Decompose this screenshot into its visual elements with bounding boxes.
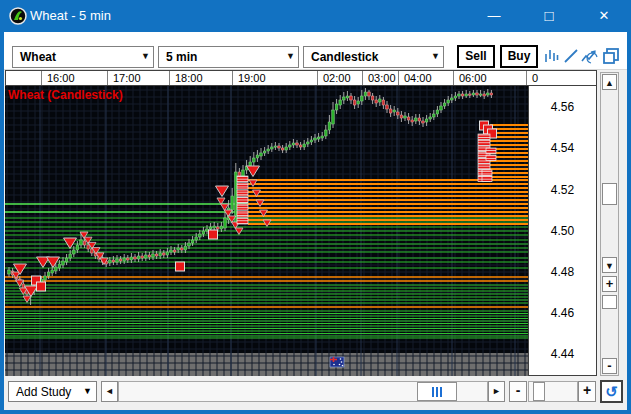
- time-axis-tick: [232, 71, 233, 86]
- price-axis-label: 4.44: [529, 347, 596, 361]
- titlebar: Wheat - 5 min — □ ✕: [0, 0, 631, 32]
- chevron-down-icon: ▼: [83, 386, 92, 396]
- time-axis-tick: [453, 71, 454, 86]
- refresh-button[interactable]: ↺: [600, 380, 623, 403]
- vertical-zoom-in-button[interactable]: +: [602, 276, 617, 292]
- close-button[interactable]: ✕: [581, 0, 627, 32]
- vertical-zoom-thumb[interactable]: [602, 295, 617, 309]
- price-axis-label: 4.50: [529, 224, 596, 238]
- chevron-down-icon: ▼: [431, 51, 440, 61]
- time-axis-label: 0: [532, 72, 538, 84]
- chart-plot-area[interactable]: Wheat (Candlestick): [5, 86, 528, 376]
- chart-canvas[interactable]: [5, 86, 528, 376]
- trendline-icon[interactable]: [562, 47, 580, 65]
- time-axis-tick: [526, 71, 527, 86]
- vertical-scroll-thumb[interactable]: [602, 183, 617, 205]
- vertical-zoom-out-button[interactable]: -: [602, 358, 617, 374]
- bar-chart-icon[interactable]: [542, 47, 560, 65]
- price-axis-label: 4.56: [529, 100, 596, 114]
- interval-dropdown[interactable]: 5 min ▼: [158, 46, 299, 68]
- symbol-value: Wheat: [20, 50, 56, 64]
- time-axis-label: 19:00: [238, 72, 266, 84]
- time-axis-tick: [398, 71, 399, 86]
- chart-type-value: Candlestick: [311, 50, 378, 64]
- horizontal-zoom-thumb[interactable]: [533, 382, 545, 401]
- app-logo-icon: [9, 7, 27, 25]
- time-axis-tick: [41, 71, 42, 86]
- add-study-dropdown[interactable]: Add Study ▼: [8, 381, 97, 402]
- time-axis-tick: [107, 71, 108, 86]
- price-axis-label: 4.46: [529, 306, 596, 320]
- time-axis-label: 02:00: [323, 72, 351, 84]
- minimize-button[interactable]: —: [471, 0, 517, 32]
- scroll-down-button[interactable]: ▼: [602, 257, 617, 273]
- scroll-left-button[interactable]: ◄: [101, 381, 118, 402]
- time-axis-label: 18:00: [175, 72, 203, 84]
- horizontal-zoom-slider[interactable]: [528, 381, 578, 402]
- chart-type-dropdown[interactable]: Candlestick ▼: [303, 46, 444, 68]
- scroll-right-button[interactable]: ►: [488, 381, 505, 402]
- horizontal-scroll-thumb[interactable]: [417, 382, 457, 401]
- time-axis: 16:0017:0018:0019:0002:0003:0004:0006:00…: [5, 70, 597, 86]
- horizontal-zoom-in-button[interactable]: +: [578, 381, 596, 402]
- time-axis-label: 03:00: [368, 72, 396, 84]
- bottom-toolbar: Add Study ▼ ◄ ► - + ↺: [4, 378, 627, 406]
- australia-flag: [330, 357, 344, 367]
- symbol-dropdown[interactable]: Wheat ▼: [12, 46, 154, 68]
- time-axis-label: 17:00: [113, 72, 141, 84]
- interval-value: 5 min: [166, 50, 197, 64]
- time-axis-tick: [317, 71, 318, 86]
- chevron-down-icon: ▼: [286, 51, 295, 61]
- time-axis-label: 04:00: [404, 72, 432, 84]
- duplicate-window-icon[interactable]: [602, 47, 620, 65]
- horizontal-zoom-out-button[interactable]: -: [509, 381, 527, 402]
- maximize-button[interactable]: □: [526, 0, 572, 32]
- time-axis-label: 16:00: [47, 72, 75, 84]
- app-window: Wheat - 5 min — □ ✕ Wheat ▼ 5 min ▼ Cand…: [0, 0, 631, 414]
- add-study-label: Add Study: [16, 385, 71, 399]
- time-axis-label: 06:00: [459, 72, 487, 84]
- price-axis-label: 4.54: [529, 141, 596, 155]
- study-chart-icon[interactable]: [580, 47, 598, 65]
- chart-series-label: Wheat (Candlestick): [8, 88, 123, 102]
- horizontal-scrollbar[interactable]: [118, 381, 488, 402]
- sell-button[interactable]: Sell: [457, 45, 495, 68]
- time-axis-tick: [169, 71, 170, 86]
- chevron-down-icon: ▼: [141, 51, 150, 61]
- vertical-scrollbar[interactable]: ▲ ▼ + -: [600, 72, 619, 376]
- scroll-up-button[interactable]: ▲: [602, 74, 617, 90]
- buy-button[interactable]: Buy: [500, 45, 538, 68]
- time-axis-tick: [362, 71, 363, 86]
- price-axis-label: 4.48: [529, 265, 596, 279]
- price-axis: 4.564.544.524.504.484.464.44: [528, 86, 597, 376]
- price-axis-label: 4.52: [529, 183, 596, 197]
- window-title: Wheat - 5 min: [30, 8, 111, 23]
